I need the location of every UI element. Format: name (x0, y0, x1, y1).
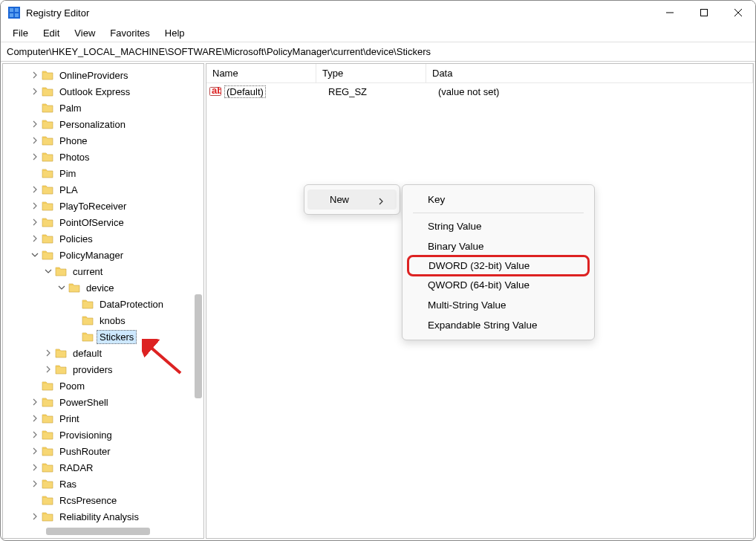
tree-item-label: Reliability Analysis (56, 510, 142, 524)
folder-icon (68, 282, 80, 293)
tree-item[interactable]: Policies (3, 230, 203, 247)
tree-item-label: OnlineProviders (56, 68, 131, 82)
chevron-right-icon[interactable] (30, 152, 40, 162)
tree-item[interactable]: Palm (3, 100, 203, 116)
chevron-right-icon[interactable] (30, 479, 40, 489)
chevron-right-icon (377, 196, 385, 204)
chevron-right-icon[interactable] (30, 233, 40, 244)
tree-item[interactable]: current (3, 263, 203, 279)
chevron-right-icon[interactable] (30, 184, 40, 195)
tree-item-label: PushRouter (56, 444, 114, 459)
minimize-button[interactable] (653, 1, 687, 25)
menu-file[interactable]: File (5, 26, 36, 40)
chevron-right-icon[interactable] (30, 397, 40, 407)
folder-icon (42, 135, 53, 146)
column-header-type[interactable]: Type (316, 64, 426, 82)
chevron-right-icon[interactable] (30, 430, 40, 440)
tree-item-label: default (70, 346, 105, 360)
ctx-qword-value[interactable]: QWORD (64-bit) Value (405, 275, 591, 295)
tree-item[interactable]: Stickers (3, 328, 203, 345)
list-row[interactable]: ab (Default) REG_SZ (value not set) (206, 83, 753, 100)
menu-help[interactable]: Help (157, 26, 192, 40)
chevron-down-icon[interactable] (43, 266, 53, 276)
value-data: (value not set) (438, 86, 753, 97)
tree-item[interactable]: PushRouter (3, 443, 203, 459)
ctx-binary-value[interactable]: Binary Value (405, 236, 591, 256)
chevron-right-icon[interactable] (30, 135, 40, 146)
chevron-right-icon[interactable] (30, 217, 40, 227)
menu-view[interactable]: View (67, 26, 102, 40)
maximize-button[interactable] (687, 1, 721, 25)
chevron-right-icon[interactable] (43, 348, 53, 358)
folder-icon (55, 348, 67, 358)
tree-item[interactable]: PowerShell (3, 394, 203, 410)
tree-vscrollbar[interactable] (192, 64, 203, 538)
folder-icon (42, 479, 53, 489)
chevron-down-icon[interactable] (56, 282, 67, 293)
folder-icon (42, 462, 53, 473)
chevron-right-icon (30, 103, 40, 113)
address-bar[interactable]: Computer\HKEY_LOCAL_MACHINE\SOFTWARE\Mic… (1, 42, 755, 62)
chevron-right-icon[interactable] (30, 201, 40, 211)
ctx-dword-value[interactable]: DWORD (32-bit) Value (407, 255, 590, 276)
tree-item[interactable]: OnlineProviders (3, 67, 203, 83)
menu-favorites[interactable]: Favorites (102, 26, 157, 40)
ctx-multistring-value[interactable]: Multi-String Value (405, 295, 591, 315)
folder-icon (42, 397, 53, 407)
chevron-down-icon[interactable] (30, 250, 40, 260)
chevron-right-icon (30, 380, 40, 391)
tree-hscrollbar-thumb[interactable] (46, 528, 150, 535)
chevron-right-icon[interactable] (30, 446, 40, 456)
tree-item[interactable]: PolicyManager (3, 247, 203, 263)
tree-item[interactable]: Pim (3, 165, 203, 181)
tree-item[interactable]: Print (3, 410, 203, 427)
chevron-right-icon[interactable] (43, 364, 53, 375)
column-header-name[interactable]: Name (206, 64, 316, 82)
tree-item-label: PolicyManager (56, 248, 126, 262)
tree-item[interactable]: DataProtection (3, 296, 203, 312)
ctx-expandstring-value[interactable]: Expandable String Value (405, 315, 591, 335)
chevron-right-icon[interactable] (30, 86, 40, 97)
svg-rect-1 (10, 8, 13, 12)
folder-icon (42, 511, 53, 522)
ctx-string-value[interactable]: String Value (405, 216, 591, 236)
ctx-new[interactable]: New (307, 189, 397, 210)
tree-vscrollbar-thumb[interactable] (195, 294, 202, 398)
column-header-data[interactable]: Data (426, 64, 753, 82)
chevron-right-icon[interactable] (30, 119, 40, 129)
tree-item[interactable]: Provisioning (3, 427, 203, 443)
chevron-right-icon[interactable] (30, 413, 40, 424)
tree-item-label: Ras (56, 477, 79, 491)
tree-item[interactable]: Personalization (3, 116, 203, 132)
context-menu-primary: New (304, 184, 400, 215)
tree-item[interactable]: knobs (3, 312, 203, 328)
folder-icon (42, 217, 53, 227)
chevron-right-icon[interactable] (30, 462, 40, 473)
folder-icon (42, 184, 53, 195)
tree-item[interactable]: Poom (3, 378, 203, 394)
tree-item[interactable]: Phone (3, 132, 203, 149)
folder-icon (82, 331, 94, 342)
tree-item[interactable]: RADAR (3, 459, 203, 476)
tree-item[interactable]: providers (3, 361, 203, 378)
tree-item[interactable]: RcsPresence (3, 492, 203, 508)
tree-item[interactable]: Reliability Analysis (3, 508, 203, 525)
chevron-right-icon[interactable] (30, 511, 40, 522)
tree-item[interactable]: Ras (3, 476, 203, 492)
tree-item[interactable]: device (3, 279, 203, 296)
tree-item[interactable]: Photos (3, 149, 203, 165)
tree-item[interactable]: PlayToReceiver (3, 198, 203, 214)
folder-icon (42, 119, 53, 129)
titlebar: Registry Editor (1, 1, 755, 25)
folder-icon (42, 380, 53, 391)
close-button[interactable] (721, 1, 755, 25)
ctx-key[interactable]: Key (405, 189, 591, 210)
menu-edit[interactable]: Edit (36, 26, 67, 40)
chevron-right-icon (70, 299, 80, 309)
svg-rect-4 (15, 13, 19, 17)
tree-item[interactable]: PLA (3, 181, 203, 198)
chevron-right-icon[interactable] (30, 70, 40, 80)
tree-item[interactable]: default (3, 345, 203, 361)
tree-item[interactable]: PointOfService (3, 214, 203, 230)
tree-item[interactable]: Outlook Express (3, 83, 203, 100)
